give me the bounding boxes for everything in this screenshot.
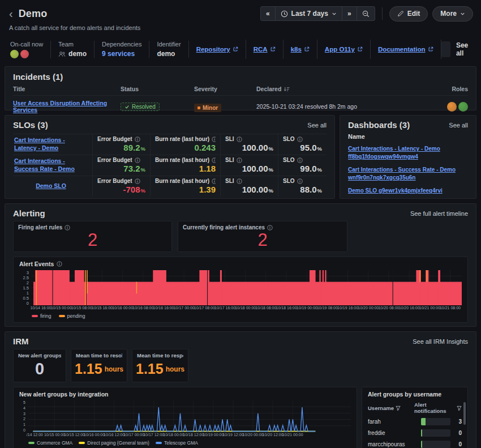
external-link-app-o11y[interactable]: App O11y — [317, 40, 371, 59]
dashboards-link-list: Cart Interactions - Latency - Demo ff8bq… — [348, 145, 468, 195]
page-title: Demo — [19, 8, 48, 20]
service-description: A catch all service for demo alerts and … — [5, 23, 476, 31]
col-roles: Roles — [436, 86, 468, 92]
time-range-controls: « Last 7 days » — [260, 6, 375, 21]
oncall-label: On-call now — [10, 41, 43, 48]
preview-thumbnail[interactable] — [441, 41, 450, 57]
info-icon[interactable] — [237, 157, 242, 163]
incident-row[interactable]: User Access Disruption Affecting Service… — [13, 96, 468, 114]
alert-events-plot[interactable] — [32, 270, 462, 305]
col-alert-notifications[interactable]: Alert notifications — [414, 402, 462, 414]
time-shift-back-button[interactable]: « — [261, 7, 275, 20]
role-avatar[interactable] — [458, 102, 468, 112]
oncall-avatar[interactable] — [20, 50, 29, 58]
slo-metric-cell: Burn rate (last hour)0.243 — [150, 134, 220, 155]
legend-item-commerce-gma[interactable]: Commerce GMA — [28, 440, 72, 446]
info-icon[interactable] — [135, 136, 140, 142]
info-icon[interactable] — [237, 136, 242, 142]
info-icon[interactable] — [297, 178, 303, 184]
legend-item-telescope-gma[interactable]: Telescope GMA — [156, 440, 198, 446]
info-icon[interactable] — [212, 178, 216, 184]
back-button[interactable]: ‹ — [8, 8, 14, 19]
more-button[interactable]: More — [432, 6, 473, 22]
firing-alert-instances-value: 2 — [178, 228, 347, 251]
chevron-down-icon — [332, 11, 337, 16]
role-avatar[interactable] — [447, 102, 457, 112]
service-overview-page: ‹ Demo « Last 7 days » Edit More A catch… — [0, 0, 481, 448]
metric-value: 0.243 — [155, 143, 216, 153]
more-button-label: More — [440, 10, 457, 18]
mttr-resolve-stat: Mean time to resolve (M... 1.15hours — [71, 349, 127, 382]
mttr-respond-value: 1.15 — [136, 361, 164, 377]
legend-item-pending[interactable]: pending — [59, 313, 85, 319]
external-link-k8s[interactable]: k8s — [284, 40, 317, 59]
notifications-count: 3 — [453, 419, 462, 425]
filter-icon[interactable] — [396, 406, 401, 411]
time-range-picker[interactable]: Last 7 days — [275, 7, 342, 20]
dashboard-link[interactable]: Demo SLO g9ewr1yk4pmjxfeeq4rvi — [348, 187, 468, 195]
dashboards-see-all-link[interactable]: See all — [449, 122, 468, 129]
slo-link[interactable]: Cart Interactions - Latency - Demo — [14, 136, 88, 152]
infobar-see-all-link[interactable]: See all — [456, 41, 475, 57]
mttr-respond-stat: Mean time to respond (... 1.15hours — [132, 349, 188, 382]
dashboard-link[interactable]: Cart Interactions - Latency - Demo ff8bq… — [348, 145, 468, 161]
external-link-icon — [233, 46, 238, 52]
legend-item-firing[interactable]: firing — [32, 313, 51, 319]
metric-label: Burn rate (last hour) — [155, 178, 216, 184]
info-icon[interactable] — [135, 157, 140, 163]
info-icon[interactable] — [237, 178, 242, 184]
incident-title-link[interactable]: User Access Disruption Affecting Service… — [13, 100, 121, 113]
integration-chart-panel: New alert groups by integration 543210 /… — [13, 387, 357, 448]
col-username[interactable]: Username — [368, 402, 414, 414]
integration-plot[interactable] — [28, 400, 351, 432]
col-severity[interactable]: Severity — [194, 86, 256, 92]
slo-metric-cell: SLI100.00% — [220, 134, 278, 155]
alert-timeline-link[interactable]: See full alert timeline — [410, 210, 468, 217]
slos-table: Cart Interactions - Latency - DemoError … — [13, 134, 327, 197]
col-declared[interactable]: Declared — [256, 86, 436, 92]
external-link-documentation[interactable]: Documentation — [371, 40, 441, 59]
username-table-header: Username Alert notifications — [368, 402, 462, 414]
incident-role-avatars — [436, 102, 468, 112]
edit-button[interactable]: Edit — [389, 6, 428, 22]
info-icon[interactable] — [135, 178, 140, 184]
dependencies-label: Dependencies — [102, 41, 141, 48]
dependencies-count-link[interactable]: 9 services — [102, 50, 135, 58]
info-icon[interactable] — [212, 157, 216, 163]
dashboards-panel: Dashboards (3) See all Name Cart Interac… — [340, 115, 476, 199]
notifications-bar-fill — [421, 441, 422, 448]
username-table-row[interactable]: farah3 — [368, 416, 462, 427]
filter-icon[interactable] — [457, 406, 462, 411]
col-status[interactable]: Status — [121, 86, 194, 92]
severity-dot-icon — [197, 106, 200, 109]
time-shift-forward-button[interactable]: » — [342, 7, 357, 20]
external-link-repository[interactable]: Repository — [189, 40, 246, 59]
irm-insights-link[interactable]: See all IRM Insights — [413, 338, 468, 345]
metric-value: 99.0% — [283, 164, 322, 174]
metric-value: 73.2% — [97, 164, 145, 174]
notifications-bar-fill — [421, 418, 426, 425]
slo-name-cell: Demo SLO — [13, 176, 92, 197]
info-icon[interactable] — [297, 157, 303, 163]
username-table-row[interactable]: freddie0 — [368, 427, 462, 438]
scrollbar-thumb[interactable] — [463, 402, 466, 425]
slo-row: Cart Interactions - Latency - DemoError … — [13, 134, 327, 155]
zoom-out-time-button[interactable] — [357, 7, 375, 20]
info-icon[interactable] — [297, 136, 303, 142]
info-icon[interactable] — [57, 261, 62, 267]
oncall-avatars — [10, 50, 43, 58]
col-title[interactable]: Title — [13, 86, 121, 92]
username-table-row[interactable]: marcchipouras0 — [368, 438, 462, 448]
dashboard-link[interactable]: Cart Interactions - Success Rate - Demo … — [348, 166, 468, 182]
pencil-icon — [397, 10, 404, 17]
slo-link[interactable]: Demo SLO — [36, 182, 66, 190]
team-name[interactable]: demo — [68, 50, 87, 58]
info-icon[interactable] — [212, 136, 216, 142]
slo-link[interactable]: Cart Interactions - Success Rate - Demo — [14, 157, 88, 173]
external-link-rca[interactable]: RCA — [246, 40, 284, 59]
dashboards-title: Dashboards (3) — [348, 120, 410, 130]
username-cell: farah — [368, 419, 419, 425]
legend-item-direct-paging-general-team-[interactable]: Direct paging (General team) — [79, 440, 149, 446]
oncall-avatar[interactable] — [10, 50, 19, 58]
slos-see-all-link[interactable]: See all — [307, 122, 327, 129]
